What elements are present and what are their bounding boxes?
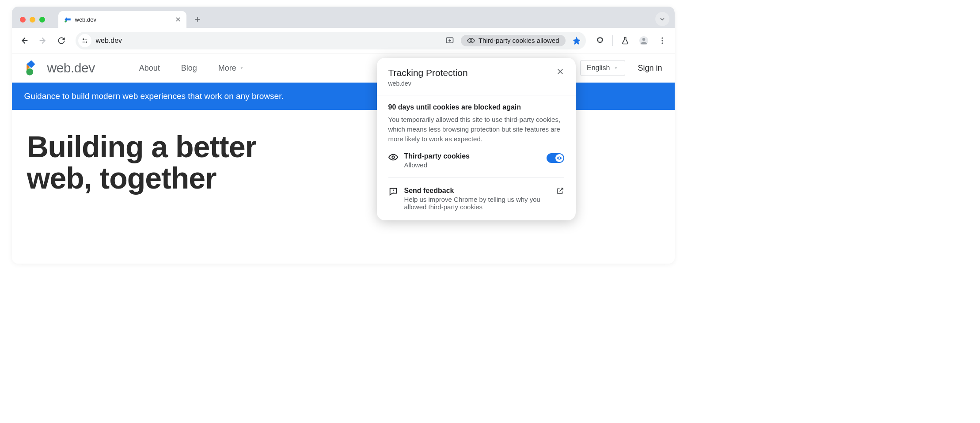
extensions-icon[interactable] (592, 33, 608, 49)
bookmark-star-icon[interactable] (570, 33, 583, 49)
nav-more[interactable]: More (218, 64, 244, 73)
browser-tab[interactable]: web.dev (58, 11, 186, 28)
tab-strip: web.dev (12, 7, 675, 28)
cookies-chip[interactable]: Third-party cookies allowed (461, 35, 566, 46)
tabs-dropdown-button[interactable] (655, 12, 669, 26)
site-logo[interactable]: web.dev (24, 59, 95, 77)
toolbar: web.dev Third-party cookies allowed (12, 28, 675, 53)
labs-icon[interactable] (617, 33, 633, 49)
send-feedback-row[interactable]: Send feedback Help us improve Chrome by … (388, 187, 564, 211)
language-label: English (587, 64, 610, 72)
back-button[interactable] (16, 33, 32, 49)
nav-about[interactable]: About (139, 64, 160, 73)
third-party-cookies-row: Third-party cookies Allowed (388, 152, 564, 169)
minimize-window-button[interactable] (30, 17, 35, 23)
tab-favicon-icon (64, 15, 72, 23)
feedback-icon (388, 187, 398, 196)
chevron-down-icon (239, 65, 244, 71)
reload-button[interactable] (53, 33, 69, 49)
sign-in-link[interactable]: Sign in (638, 64, 662, 73)
menu-icon[interactable] (654, 33, 670, 49)
svg-point-4 (470, 39, 472, 42)
site-header-right: English Sign in (580, 60, 662, 76)
forward-button[interactable] (35, 33, 51, 49)
svg-point-7 (661, 37, 663, 38)
cookies-countdown-title: 90 days until cookies are blocked again (388, 103, 564, 111)
svg-point-11 (392, 156, 395, 159)
site-nav: About Blog More (139, 64, 244, 73)
hero-line1: Building a better (27, 130, 256, 163)
cookies-status: Allowed (404, 161, 540, 169)
maximize-window-button[interactable] (39, 17, 45, 23)
feedback-label: Send feedback (404, 187, 550, 195)
address-bar[interactable]: web.dev Third-party cookies allowed (76, 32, 586, 49)
svg-point-2 (85, 41, 87, 42)
browser-window: web.dev web.dev (12, 7, 675, 264)
close-window-button[interactable] (20, 17, 26, 23)
tab-title: web.dev (75, 16, 171, 23)
window-controls (15, 17, 49, 28)
svg-point-6 (642, 38, 645, 41)
site-logo-text: web.dev (47, 60, 95, 76)
popover-title: Tracking Protection (388, 68, 468, 78)
cookies-toggle[interactable] (547, 153, 564, 163)
webdev-logo-icon (24, 59, 43, 77)
url-text: web.dev (96, 37, 439, 45)
install-app-icon[interactable] (443, 33, 456, 49)
cookies-countdown-body: You temporarily allowed this site to use… (388, 115, 564, 144)
svg-point-1 (83, 38, 84, 40)
svg-point-8 (661, 40, 663, 41)
eye-icon (388, 152, 398, 162)
popover-domain: web.dev (388, 80, 468, 87)
cookies-label: Third-party cookies (404, 152, 540, 160)
nav-blog[interactable]: Blog (181, 64, 197, 73)
tracking-protection-popover: Tracking Protection web.dev 90 days unti… (377, 58, 576, 220)
open-external-icon (556, 187, 564, 195)
nav-more-label: More (218, 64, 236, 73)
cookies-chip-label: Third-party cookies allowed (479, 37, 559, 44)
chevron-down-icon (613, 65, 619, 71)
language-select[interactable]: English (580, 60, 625, 76)
svg-point-9 (661, 42, 663, 44)
popover-close-button[interactable] (556, 68, 564, 76)
profile-icon[interactable] (636, 33, 652, 49)
toolbar-divider (612, 35, 613, 46)
svg-point-0 (65, 20, 67, 23)
tab-close-icon[interactable] (175, 16, 181, 23)
hero-line2: web, together (27, 161, 217, 195)
site-settings-icon[interactable] (78, 34, 91, 47)
eye-icon (467, 37, 475, 45)
feedback-body: Help us improve Chrome by telling us why… (404, 196, 550, 211)
new-tab-button[interactable] (191, 13, 204, 26)
